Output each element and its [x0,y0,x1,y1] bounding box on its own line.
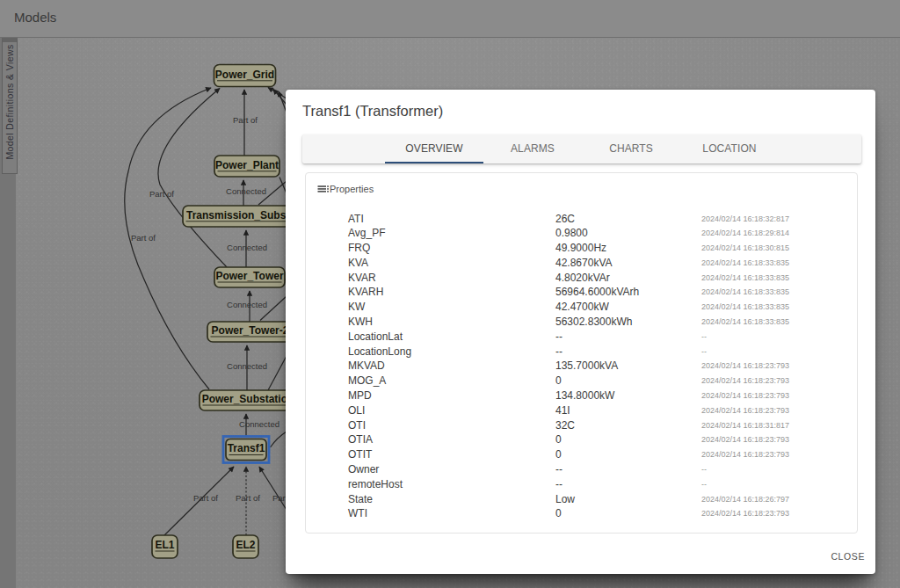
svg-text:Transf1: Transf1 [228,442,265,454]
svg-text:Connected: Connected [239,419,279,429]
svg-text:Part of: Part of [193,493,218,503]
svg-text:EL1: EL1 [155,539,174,551]
svg-text:Power_Tower-2: Power_Tower-2 [212,324,289,337]
svg-text:Part of: Part of [131,233,156,243]
svg-text:Power_Plant: Power_Plant [215,159,279,171]
svg-text:EL2: EL2 [236,539,255,551]
svg-text:Part of: Part of [149,189,174,199]
svg-text:Part of: Part of [236,493,260,503]
svg-text:Connected: Connected [227,361,267,371]
svg-text:Connected: Connected [227,243,267,252]
svg-text:Power_Grid: Power_Grid [215,69,274,81]
svg-text:Connected: Connected [227,300,267,309]
svg-text:Power_Tower: Power_Tower [215,270,283,282]
svg-text:Part of: Part of [233,115,258,125]
svg-text:Connected: Connected [226,186,266,196]
svg-text:Power_Substation: Power_Substation [202,393,294,405]
